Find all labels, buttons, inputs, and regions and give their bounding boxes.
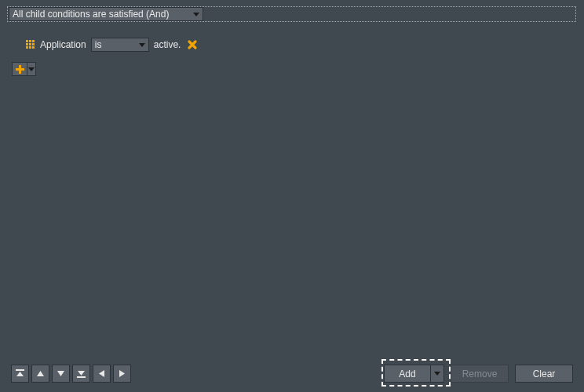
svg-rect-0 <box>16 369 24 371</box>
plus-icon <box>16 65 24 73</box>
conditions-group-label: All child conditions are satisfied (And) <box>13 9 193 20</box>
add-split-button: Add <box>384 365 444 383</box>
actions-toolbar: Add Remove Clear <box>384 365 573 383</box>
move-up-button[interactable] <box>31 365 49 383</box>
add-button-label: Add <box>399 368 415 379</box>
move-right-button[interactable] <box>113 365 131 383</box>
clear-button-label: Clear <box>533 368 556 379</box>
condition-operator-value: is <box>95 39 139 50</box>
condition-row: Application is active. <box>26 37 199 53</box>
add-condition-split-button <box>12 62 36 76</box>
svg-rect-1 <box>77 376 86 378</box>
chevron-down-icon <box>434 372 440 376</box>
chevron-down-icon <box>193 13 199 16</box>
clear-button[interactable]: Clear <box>515 365 573 383</box>
condition-suffix-label: active. <box>154 39 181 50</box>
remove-button: Remove <box>451 365 509 383</box>
move-left-button[interactable] <box>93 365 111 383</box>
move-bottom-button[interactable] <box>72 365 90 383</box>
add-condition-dropdown[interactable] <box>27 62 36 76</box>
delete-condition-button[interactable] <box>185 38 199 52</box>
reorder-toolbar <box>11 365 131 383</box>
conditions-group-inner[interactable]: All child conditions are satisfied (And) <box>9 7 203 21</box>
add-button[interactable]: Add <box>384 365 431 383</box>
move-top-button[interactable] <box>11 365 29 383</box>
remove-button-label: Remove <box>462 368 498 379</box>
add-button-dropdown[interactable] <box>430 365 444 383</box>
chevron-down-icon <box>139 43 145 47</box>
chevron-down-icon <box>28 67 35 71</box>
move-handle-icon[interactable] <box>26 40 35 49</box>
conditions-group-select[interactable]: All child conditions are satisfied (And) <box>7 6 576 22</box>
condition-operator-select[interactable]: is <box>91 38 149 52</box>
add-condition-button[interactable] <box>12 62 27 76</box>
condition-prefix-label: Application <box>40 39 86 50</box>
move-down-button[interactable] <box>52 365 70 383</box>
